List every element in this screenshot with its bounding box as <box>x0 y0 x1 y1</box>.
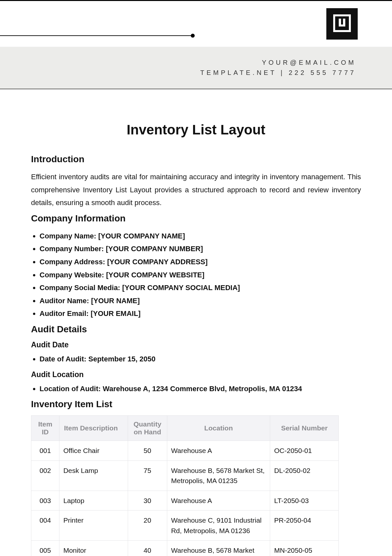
inventory-table: Item ID Item Description Quantity on Han… <box>31 415 339 556</box>
header-site-phone: TEMPLATE.NET | 222 555 7777 <box>200 69 356 77</box>
cell-item-id: 002 <box>31 460 59 491</box>
cell-serial: LT-2050-03 <box>270 491 339 511</box>
audit-date-list: Date of Audit: September 15, 2050 <box>31 353 361 366</box>
intro-paragraph: Efficient inventory audits are vital for… <box>31 170 361 209</box>
cell-quantity: 50 <box>128 441 167 461</box>
cell-quantity: 40 <box>128 541 167 556</box>
header-contact-band: YOUR@EMAIL.COM TEMPLATE.NET | 222 555 77… <box>0 47 392 89</box>
document-body: Inventory List Layout Introduction Effic… <box>0 89 392 556</box>
cell-location: Warehouse C, 9101 Industrial Rd, Metropo… <box>167 511 270 541</box>
audit-date-heading: Audit Date <box>31 340 361 349</box>
cell-description: Monitor <box>59 541 128 556</box>
list-item: Company Website: [YOUR COMPANY WEBSITE] <box>40 269 361 282</box>
list-item: Auditor Name: [YOUR NAME] <box>40 294 361 307</box>
col-header-description: Item Description <box>59 416 128 441</box>
logo-mark-icon <box>333 14 351 34</box>
table-row: 003 Laptop 30 Warehouse A LT-2050-03 <box>31 491 339 511</box>
col-header-quantity: Quantity on Hand <box>128 416 167 441</box>
cell-location: Warehouse A <box>167 491 270 511</box>
list-item: Company Number: [YOUR COMPANY NUMBER] <box>40 242 361 255</box>
audit-location-list: Location of Audit: Warehouse A, 1234 Com… <box>31 382 361 395</box>
cell-quantity: 75 <box>128 460 167 491</box>
cell-quantity: 30 <box>128 491 167 511</box>
header-email: YOUR@EMAIL.COM <box>262 59 356 66</box>
cell-quantity: 20 <box>128 511 167 541</box>
cell-item-id: 001 <box>31 441 59 461</box>
list-item: Company Address: [YOUR COMPANY ADDRESS] <box>40 255 361 269</box>
svg-rect-4 <box>339 25 345 26</box>
cell-item-id: 003 <box>31 491 59 511</box>
cell-location: Warehouse B, 5678 Market <box>167 541 270 556</box>
cell-description: Printer <box>59 511 128 541</box>
table-row: 005 Monitor 40 Warehouse B, 5678 Market … <box>31 541 339 556</box>
cell-item-id: 004 <box>31 511 59 541</box>
cell-item-id: 005 <box>31 541 59 556</box>
col-header-item-id: Item ID <box>31 416 59 441</box>
list-item: Auditor Email: [YOUR EMAIL] <box>40 307 361 320</box>
brand-logo <box>326 8 358 40</box>
cell-serial: OC-2050-01 <box>270 441 339 461</box>
cell-serial: MN-2050-05 <box>270 541 339 556</box>
page-title: Inventory List Layout <box>31 122 361 138</box>
cell-location: Warehouse A <box>167 441 270 461</box>
list-item: Company Name: [YOUR COMPANY NAME] <box>40 230 361 243</box>
section-audit-heading: Audit Details <box>31 324 361 335</box>
table-row: 002 Desk Lamp 75 Warehouse B, 5678 Marke… <box>31 460 339 491</box>
section-intro-heading: Introduction <box>31 154 361 165</box>
audit-location-heading: Audit Location <box>31 370 361 379</box>
col-header-serial: Serial Number <box>270 416 339 441</box>
table-row: 004 Printer 20 Warehouse C, 9101 Industr… <box>31 511 339 541</box>
svg-rect-1 <box>334 15 350 31</box>
cell-serial: PR-2050-04 <box>270 511 339 541</box>
table-row: 001 Office Chair 50 Warehouse A OC-2050-… <box>31 441 339 461</box>
section-inventory-heading: Inventory Item List <box>31 399 361 409</box>
list-item: Date of Audit: September 15, 2050 <box>40 353 361 366</box>
cell-location: Warehouse B, 5678 Market St, Metropolis,… <box>167 460 270 491</box>
cell-description: Desk Lamp <box>59 460 128 491</box>
document-page: YOUR@EMAIL.COM TEMPLATE.NET | 222 555 77… <box>0 0 392 556</box>
section-company-heading: Company Information <box>31 213 361 224</box>
col-header-location: Location <box>167 416 270 441</box>
cell-description: Office Chair <box>59 441 128 461</box>
header-rule-line <box>0 35 193 36</box>
table-header-row: Item ID Item Description Quantity on Han… <box>31 416 339 441</box>
svg-rect-0 <box>333 14 351 32</box>
cell-serial: DL-2050-02 <box>270 460 339 491</box>
cell-description: Laptop <box>59 491 128 511</box>
list-item: Company Social Media: [YOUR COMPANY SOCI… <box>40 281 361 294</box>
header-top <box>0 1 392 47</box>
list-item: Location of Audit: Warehouse A, 1234 Com… <box>40 382 361 395</box>
company-info-list: Company Name: [YOUR COMPANY NAME] Compan… <box>31 230 361 320</box>
